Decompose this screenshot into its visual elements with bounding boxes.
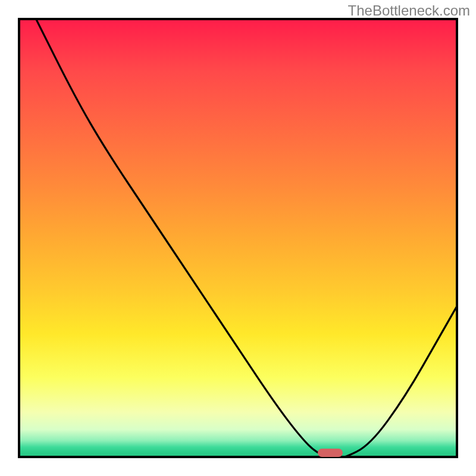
background-gradient [20,20,456,456]
chart-stage: TheBottleneck.com [0,0,476,476]
optimal-marker [318,449,343,457]
watermark-text: TheBottleneck.com [348,2,470,19]
plot-area [18,18,458,458]
